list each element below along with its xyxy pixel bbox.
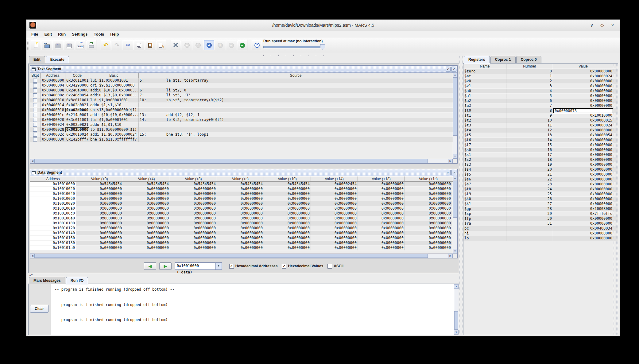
toolbar-button[interactable] xyxy=(171,40,181,50)
run-speed-slider[interactable] xyxy=(263,44,325,49)
value-cell[interactable]: 0x00000000 xyxy=(123,246,170,250)
value-cell[interactable]: 0x00000000 xyxy=(76,226,123,231)
value-cell[interactable]: 0x00000000 xyxy=(76,201,123,206)
frame-restore-icon[interactable]: ↙ xyxy=(446,67,451,72)
breakpoint-checkbox[interactable] xyxy=(33,103,37,107)
value-cell[interactable]: 0x00000000 xyxy=(405,246,452,250)
toolbar-button[interactable] xyxy=(123,40,133,50)
toolbar-button[interactable] xyxy=(215,40,225,50)
scroll-up-icon[interactable]: ▲ xyxy=(453,72,457,77)
messages-vscrollbar[interactable]: ▲ ▼ xyxy=(454,284,459,335)
breakpoint-checkbox[interactable] xyxy=(33,79,37,83)
toolbar-button[interactable] xyxy=(145,40,155,50)
message-tab[interactable]: Mars Messages xyxy=(29,277,65,284)
register-value[interactable]: 0x00000000 xyxy=(553,84,613,89)
scroll-thumb[interactable] xyxy=(35,159,428,163)
register-value[interactable]: 0x00000024 xyxy=(553,123,613,128)
value-cell[interactable]: 0x00000000 xyxy=(311,221,358,226)
value-cell[interactable]: 0x00000000 xyxy=(217,187,264,192)
toolbar-button[interactable] xyxy=(31,40,41,50)
value-cell[interactable]: 0x54545454 xyxy=(170,182,217,187)
scroll-thumb[interactable] xyxy=(454,311,458,330)
value-cell[interactable]: 0x00000000 xyxy=(170,206,217,211)
value-cell[interactable]: 0x00000000 xyxy=(405,192,452,196)
register-value[interactable]: 0x10010000 xyxy=(553,113,613,118)
splitter-collapse-up-icon[interactable]: ▴ xyxy=(29,273,31,277)
breakpoint-checkbox[interactable] xyxy=(33,128,37,132)
value-cell[interactable]: 0x00000000 xyxy=(123,231,170,236)
window-control-icon[interactable]: ◇ xyxy=(599,22,605,28)
menu-item[interactable]: Settings xyxy=(69,31,91,38)
chevron-down-icon[interactable]: ▼ xyxy=(215,263,222,269)
value-cell[interactable]: 0x00000000 xyxy=(217,226,264,231)
scroll-up-icon[interactable]: ▲ xyxy=(454,284,459,289)
toolbar-button[interactable] xyxy=(75,40,85,50)
breakpoint-checkbox[interactable] xyxy=(33,137,37,141)
value-cell[interactable]: 0x00000000 xyxy=(405,201,452,206)
register-value[interactable]: 0x00000000 xyxy=(553,172,613,177)
toolbar-button[interactable] xyxy=(204,40,214,50)
register-value[interactable]: 0x00000015 xyxy=(553,118,613,123)
value-cell[interactable]: 0x00000000 xyxy=(217,192,264,196)
scroll-thumb[interactable] xyxy=(453,77,457,136)
register-value[interactable]: 0x00000000 xyxy=(553,236,613,241)
option-checkbox[interactable] xyxy=(327,264,332,269)
slider-thumb[interactable] xyxy=(320,44,325,50)
menu-item[interactable]: Help xyxy=(107,31,122,38)
scroll-thumb[interactable] xyxy=(453,181,457,218)
breakpoint-checkbox[interactable] xyxy=(33,133,37,137)
menu-item[interactable]: Tools xyxy=(91,31,107,38)
value-cell[interactable]: 0x00000000 xyxy=(76,211,123,216)
breakpoint-checkbox[interactable] xyxy=(33,108,37,112)
register-tab[interactable]: Coproc 0 xyxy=(516,56,541,63)
register-value[interactable]: 0x00000000 xyxy=(553,197,613,202)
option-checkbox[interactable] xyxy=(229,264,234,269)
value-cell[interactable]: 0x00000000 xyxy=(311,231,358,236)
value-cell[interactable]: 0x00000000 xyxy=(405,206,452,211)
register-value[interactable]: 0x00000000 xyxy=(553,153,613,157)
value-cell[interactable]: 0x00000000 xyxy=(405,216,452,221)
value-cell[interactable]: 0x00000000 xyxy=(311,241,358,246)
frame-restore-icon[interactable]: ↙ xyxy=(446,170,451,175)
horizontal-splitter[interactable]: ▴ ▾ xyxy=(28,273,459,277)
value-cell[interactable]: 0x54545454 xyxy=(264,182,311,187)
value-cell[interactable]: 0x00000000 xyxy=(358,226,405,231)
scroll-right-icon[interactable]: ▶ xyxy=(448,254,453,258)
scroll-right-icon[interactable]: ▶ xyxy=(448,159,453,163)
frame-maximize-icon[interactable]: ↗ xyxy=(451,67,456,72)
toolbar-grip[interactable] xyxy=(27,39,29,52)
register-value[interactable]: 0x00000000 xyxy=(553,216,613,221)
value-cell[interactable]: 0x00000000 xyxy=(311,211,358,216)
toolbar-button[interactable] xyxy=(53,40,63,50)
value-cell[interactable]: 0x00000000 xyxy=(311,216,358,221)
value-cell[interactable]: 0x00000000 xyxy=(76,241,123,246)
register-value[interactable]: 0x00000000 xyxy=(553,182,613,187)
scroll-left-icon[interactable]: ◀ xyxy=(30,159,35,163)
value-cell[interactable]: 0x00000000 xyxy=(217,211,264,216)
value-cell[interactable]: 0x00000000 xyxy=(358,236,405,241)
value-cell[interactable]: 0x00000000 xyxy=(405,211,452,216)
toolbar-button[interactable] xyxy=(64,40,74,50)
value-cell[interactable]: 0x00000000 xyxy=(311,246,358,250)
register-value[interactable]: 0x00000000 xyxy=(553,138,613,143)
value-cell[interactable]: 0x00000000 xyxy=(358,211,405,216)
toolbar-button[interactable] xyxy=(101,40,111,50)
value-cell[interactable]: 0x00000000 xyxy=(405,226,452,231)
register-value[interactable]: 0x00000000 xyxy=(553,167,613,172)
register-tab[interactable]: Registers xyxy=(464,56,490,63)
value-cell[interactable]: 0x00000000 xyxy=(123,187,170,192)
scroll-up-icon[interactable]: ▲ xyxy=(453,176,457,180)
register-value[interactable]: 0x00000000 xyxy=(553,192,613,197)
value-cell[interactable]: 0x00000000 xyxy=(123,236,170,241)
menu-item[interactable]: Run xyxy=(55,31,69,38)
value-cell[interactable]: 0x00000000 xyxy=(123,196,170,201)
value-cell[interactable]: 0x00000000 xyxy=(264,206,311,211)
register-value[interactable]: 0x00000024 xyxy=(553,74,613,79)
value-cell[interactable]: 0x00000000 xyxy=(358,241,405,246)
value-cell[interactable]: 0x00000000 xyxy=(358,196,405,201)
value-cell[interactable]: 0x00000000 xyxy=(264,246,311,250)
value-cell[interactable]: 0x00000000 xyxy=(170,196,217,201)
text-segment-vscrollbar[interactable]: ▲ ▼ xyxy=(453,72,457,159)
value-cell[interactable]: 0x00000000 xyxy=(264,196,311,201)
value-cell[interactable]: 0x54545454 xyxy=(76,182,123,187)
